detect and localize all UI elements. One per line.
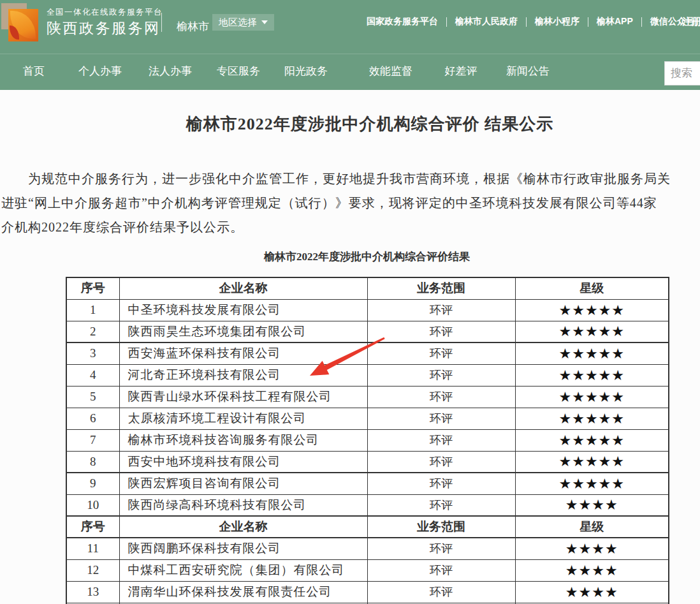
row-number-cell: 13 (66, 581, 119, 603)
table-row: 10 陕西尚绿高科环境科技有限公司 环评 ★★★★ (66, 494, 669, 516)
nav-item-news[interactable]: 新闻公告 (506, 64, 550, 78)
star-rating-cell: ★★★★ (515, 494, 669, 516)
company-name-cell: 陕西青山绿水环保科技工程有限公司 (119, 386, 367, 408)
search-box (664, 61, 700, 85)
body-paragraph-line: 介机构2022年度综合评价结果予以公示。 (1, 219, 244, 236)
link-mini-program[interactable]: 榆林小程序 (535, 16, 580, 27)
business-scope-cell: 环评 (367, 408, 515, 429)
table-row: 6 太原核清环境工程设计有限公司 环评 ★★★★★ (66, 408, 669, 429)
nav-item-supervision[interactable]: 效能监督 (369, 64, 412, 78)
star-rating-cell: ★★★★★ (515, 429, 669, 451)
column-header: 序号 (66, 277, 119, 299)
nav-item-personal[interactable]: 个人办事 (78, 64, 122, 78)
row-number-cell: 6 (66, 408, 119, 429)
row-number-cell: 5 (66, 386, 119, 408)
search-input[interactable] (671, 67, 700, 80)
site-name: 陕西政务服务网 (47, 18, 161, 38)
column-header: 业务范围 (367, 516, 515, 538)
table-row: 8 西安中地环境科技有限公司 环评 ★★★★★ (66, 451, 669, 473)
table-header-row: 序号 企业名称 业务范围 星级 (66, 516, 669, 538)
row-number-cell: 9 (66, 473, 119, 494)
company-name-cell: 中圣环境科技发展有限公司 (119, 299, 367, 321)
register-link[interactable]: 注册 (682, 16, 700, 28)
row-number-cell: 3 (66, 343, 119, 364)
row-number-cell: 7 (66, 429, 119, 451)
business-scope-cell: 环评 (367, 364, 515, 386)
column-header: 星级 (515, 277, 669, 299)
link-separator (641, 17, 642, 27)
business-scope-cell: 环评 (367, 494, 515, 516)
star-rating-cell: ★★★★★ (515, 343, 669, 364)
star-rating-cell: ★★★★★ (515, 321, 669, 343)
company-name-cell: 陕西宏辉项目咨询有限公司 (119, 473, 367, 494)
company-name-cell: 西安中地环境科技有限公司 (119, 451, 367, 473)
column-header: 序号 (66, 516, 119, 538)
table-row: 1 中圣环境科技发展有限公司 环评 ★★★★★ (66, 299, 669, 321)
row-number-cell: 4 (66, 364, 119, 386)
table-row: 11 陕西阔鹏环保科技有限公司 环评 ★★★★ (66, 538, 669, 559)
company-name-cell: 榆林市环境科技咨询服务有限公司 (119, 429, 367, 451)
nav-item-rating[interactable]: 好差评 (445, 64, 478, 78)
company-name-cell: 陕西雨昊生态环境集团有限公司 (119, 321, 367, 343)
nav-item-zone[interactable]: 专区服务 (217, 64, 260, 78)
page-title: 榆林市2022年度涉批中介机构综合评价 结果公示 (0, 113, 700, 135)
main-nav: 首页 个人办事 法人办事 专区服务 阳光政务 效能监督 好差评 新闻公告 (0, 54, 700, 90)
business-scope-cell: 环评 (367, 386, 515, 408)
link-separator (526, 17, 527, 27)
body-paragraph-line: 为规范中介服务行为，进一步强化中介监管工作，更好地提升我市营商环境，根据《榆林市… (1, 170, 671, 188)
star-rating-cell: ★★★★★ (515, 299, 669, 321)
business-scope-cell: 环评 (367, 343, 515, 364)
row-number-cell: 1 (66, 299, 119, 321)
business-scope-cell: 环评 (367, 299, 515, 321)
region-select-button[interactable]: 地区选择 (212, 14, 274, 31)
link-national-platform[interactable]: 国家政务服务平台 (367, 16, 438, 27)
table-row: 5 陕西青山绿水环保科技工程有限公司 环评 ★★★★★ (66, 386, 669, 408)
star-rating-cell: ★★★★★ (515, 386, 669, 408)
nav-item-legal[interactable]: 法人办事 (149, 64, 192, 78)
table-row: 7 榆林市环境科技咨询服务有限公司 环评 ★★★★★ (66, 429, 669, 451)
header-quick-links: 国家政务服务平台 榆林市人民政府 榆林小程序 榆林APP 微信公众号 (367, 16, 695, 27)
company-name-cell: 太原核清环境工程设计有限公司 (119, 408, 367, 429)
company-name-cell: 陕西阔鹏环保科技有限公司 (119, 538, 367, 559)
row-number-cell: 2 (66, 321, 119, 343)
body-paragraph-line: 进驻“网上中介服务超市”中介机构考评管理规定（试行）》要求，现将评定的中圣环境科… (1, 195, 657, 212)
evaluation-table: 序号 企业名称 业务范围 星级 1 中圣环境科技发展有限公司 环评 ★★★★★ … (66, 277, 669, 604)
column-header: 企业名称 (119, 277, 367, 299)
star-rating-cell: ★★★★ (515, 581, 669, 603)
row-number-cell: 8 (66, 451, 119, 473)
link-separator (446, 17, 447, 27)
table-header-row: 序号 企业名称 业务范围 星级 (66, 277, 669, 299)
header-divider (161, 13, 162, 32)
caret-down-icon (261, 20, 268, 24)
star-rating-cell: ★★★★ (515, 559, 669, 581)
business-scope-cell: 环评 (367, 581, 515, 603)
table-row: 4 河北奇正环境科技有限公司 环评 ★★★★★ (66, 364, 669, 386)
table-row: 2 陕西雨昊生态环境集团有限公司 环评 ★★★★★ (66, 321, 669, 343)
star-rating-cell: ★★★★★ (515, 451, 669, 473)
business-scope-cell: 环评 (367, 559, 515, 581)
company-name-cell: 河北奇正环境科技有限公司 (119, 364, 367, 386)
column-header: 业务范围 (367, 277, 515, 299)
link-city-government[interactable]: 榆林市人民政府 (455, 16, 518, 27)
table-row: 13 渭南华山环保科技发展有限责任公司 环评 ★★★★ (66, 581, 669, 603)
current-city-label: 榆林市 (177, 19, 209, 34)
nav-item-sunshine[interactable]: 阳光政务 (284, 64, 328, 78)
table-row: 3 西安海蓝环保科技有限公司 环评 ★★★★★ (66, 343, 669, 364)
company-name-cell: 陕西尚绿高科环境科技有限公司 (119, 494, 367, 516)
column-header: 企业名称 (119, 516, 367, 538)
row-number-cell: 10 (66, 494, 119, 516)
star-rating-cell: ★★★★★ (515, 473, 669, 494)
table-row: 12 中煤科工西安研究院（集团）有限公司 环评 ★★★★ (66, 559, 669, 581)
site-header: 全国一体化在线政务服务平台 陕西政务服务网 榆林市 地区选择 国家政务服务平台 … (0, 0, 700, 54)
announcement-page: 榆林市2022年度涉批中介机构综合评价 结果公示 为规范中介服务行为，进一步强化… (0, 90, 700, 604)
business-scope-cell: 环评 (367, 473, 515, 494)
link-city-app[interactable]: 榆林APP (597, 16, 633, 27)
site-logo-icon (1, 3, 41, 43)
column-header: 星级 (515, 516, 669, 538)
logo-orange-square (8, 9, 38, 41)
star-rating-cell: ★★★★★ (515, 364, 669, 386)
table-caption: 榆林市2022年度涉批中介机构综合评价结果 (66, 249, 668, 264)
nav-item-home[interactable]: 首页 (23, 64, 45, 78)
business-scope-cell: 环评 (367, 321, 515, 343)
star-rating-cell: ★★★★★ (515, 408, 669, 429)
